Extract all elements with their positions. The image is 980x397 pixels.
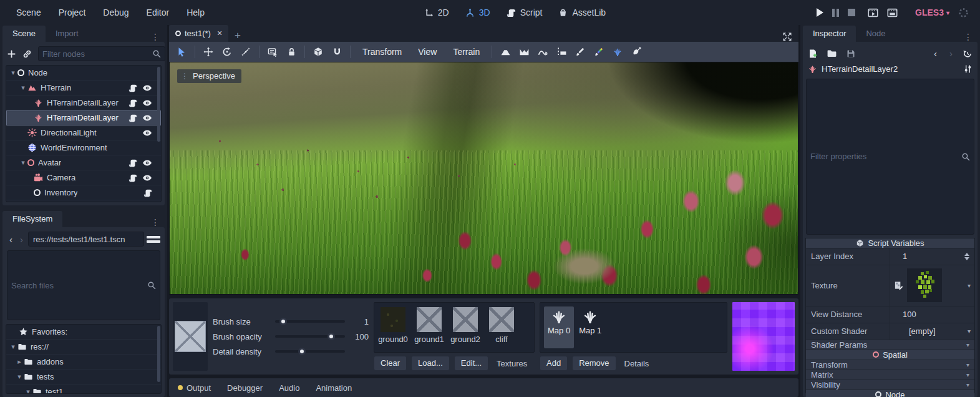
clear-texture-button[interactable]: Clear — [374, 356, 407, 371]
visibility-eye-icon[interactable] — [142, 158, 152, 168]
inspector-dock-menu-icon[interactable]: ⋮ — [959, 32, 978, 42]
edit-resource-icon[interactable] — [894, 281, 903, 290]
fs-row-tests[interactable]: ▾ tests — [6, 370, 161, 385]
tree-row-hterraindetaillayer-1[interactable]: HTerrainDetailLayer — [6, 96, 161, 110]
local-space-icon[interactable] — [309, 44, 327, 60]
spatial-category-header[interactable]: Spatial — [806, 350, 974, 360]
filter-nodes-input[interactable] — [42, 49, 152, 59]
brush-opacity-slider[interactable] — [275, 335, 345, 338]
collapse-icon[interactable]: ▾ — [9, 343, 17, 351]
brush-shape-preview[interactable] — [175, 321, 206, 352]
texture-item-cliff[interactable]: cliff — [488, 307, 515, 348]
load-texture-button[interactable]: Load... — [411, 356, 450, 371]
object-tools-icon[interactable] — [963, 64, 973, 74]
group-transform[interactable]: Transform▾ — [806, 360, 974, 370]
select-tool-button[interactable] — [173, 44, 190, 60]
script-icon[interactable] — [129, 99, 137, 107]
terrain-color-paint-tool[interactable] — [590, 44, 608, 60]
collapse-icon[interactable]: ▾ — [15, 373, 24, 381]
script-icon[interactable] — [129, 159, 137, 167]
edit-texture-button[interactable]: Edit... — [454, 356, 488, 371]
save-resource-button[interactable] — [846, 49, 856, 59]
transform-menu[interactable]: Transform — [355, 47, 409, 57]
remove-map-button[interactable]: Remove — [572, 356, 616, 371]
search-files-input[interactable] — [11, 281, 147, 290]
tree-row-hterraindetaillayer-2[interactable]: HTerrainDetailLayer — [6, 110, 161, 125]
tab-scene[interactable]: Scene — [2, 26, 46, 42]
new-scene-tab-button[interactable]: + — [228, 29, 247, 42]
script-icon[interactable] — [129, 114, 137, 122]
filter-properties-input[interactable] — [810, 152, 961, 161]
visibility-eye-icon[interactable] — [142, 83, 152, 93]
menu-editor[interactable]: Editor — [138, 7, 178, 17]
view-menu[interactable]: View — [410, 47, 444, 57]
move-tool-button[interactable] — [200, 44, 217, 60]
visibility-eye-icon[interactable] — [142, 173, 152, 183]
group-visibility[interactable]: Visibility▾ — [806, 380, 974, 390]
terrain-detail-tool[interactable] — [609, 44, 626, 60]
add-map-button[interactable]: Add — [540, 356, 568, 371]
scene-tree-scrollbar[interactable] — [157, 67, 160, 142]
mode-3d[interactable]: 3D — [465, 7, 490, 17]
scale-tool-button[interactable] — [237, 44, 255, 60]
history-icon[interactable] — [963, 49, 973, 59]
menu-debug[interactable]: Debug — [94, 7, 137, 17]
tab-inspector[interactable]: Inspector — [803, 26, 856, 42]
fs-forward-button[interactable]: › — [17, 234, 26, 245]
stop-button[interactable] — [848, 9, 855, 16]
collapse-icon[interactable]: ▾ — [19, 84, 27, 92]
fs-back-button[interactable]: ‹ — [7, 234, 15, 245]
filesystem-dock-menu-icon[interactable]: ⋮ — [146, 217, 165, 227]
play-button[interactable] — [817, 8, 823, 17]
tree-row-node[interactable]: ▾ Node — [6, 66, 161, 81]
visibility-eye-icon[interactable] — [142, 113, 152, 123]
terrain-flatten-tool[interactable] — [553, 44, 570, 60]
menu-help[interactable]: Help — [178, 7, 213, 17]
group-matrix[interactable]: Matrix▾ — [806, 370, 974, 380]
close-icon[interactable]: × — [217, 28, 222, 38]
expand-icon[interactable]: ▸ — [15, 358, 24, 366]
menu-scene[interactable]: Scene — [7, 7, 50, 17]
terrain-holes-tool[interactable] — [628, 44, 645, 60]
map-item-0[interactable]: Map 0 — [544, 306, 574, 348]
collapse-icon[interactable]: ▾ — [19, 159, 27, 167]
script-icon[interactable] — [143, 189, 152, 197]
tree-row-clipped[interactable] — [6, 200, 161, 202]
node-category-header[interactable]: Node — [806, 390, 974, 397]
fs-row-test1[interactable]: ▾ test1 — [6, 385, 161, 394]
texture-item-ground1[interactable]: ground1 — [415, 307, 443, 348]
collapse-icon[interactable]: ▾ — [24, 388, 32, 394]
tree-row-directionallight[interactable]: DirectionalLight — [6, 125, 161, 140]
menu-project[interactable]: Project — [50, 7, 95, 17]
chevron-down-icon[interactable]: ▾ — [968, 282, 971, 289]
tab-filesystem[interactable]: FileSystem — [2, 211, 62, 227]
video-driver-select[interactable]: GLES3▾ — [915, 7, 949, 17]
play-scene-button[interactable] — [868, 7, 878, 18]
layer-index-value[interactable]: 1 — [903, 252, 907, 261]
perspective-menu[interactable]: ⋮ Perspective — [177, 69, 241, 83]
fs-current-path[interactable]: res://tests/test1/test1.tscn — [28, 232, 144, 247]
tab-import[interactable]: Import — [46, 26, 89, 42]
animation-tab[interactable]: Animation — [316, 383, 352, 393]
script-icon[interactable] — [129, 84, 137, 92]
visibility-eye-icon[interactable] — [142, 98, 152, 108]
debugger-tab[interactable]: Debugger — [227, 383, 263, 393]
fs-row-favorites[interactable]: Favorites: — [6, 325, 161, 340]
mode-script[interactable]: Script — [507, 7, 543, 17]
mode-2d[interactable]: 2D — [424, 7, 449, 17]
mode-assetlib[interactable]: AssetLib — [558, 7, 606, 17]
tree-row-camera[interactable]: Camera — [6, 170, 161, 185]
detail-density-slider[interactable] — [275, 350, 345, 353]
distraction-free-icon[interactable] — [776, 32, 798, 42]
texture-preview-thumbnail[interactable] — [907, 268, 942, 302]
tab-node[interactable]: Node — [856, 26, 895, 42]
update-spinner-icon[interactable] — [958, 7, 969, 18]
terrain-lower-tool[interactable] — [515, 44, 533, 60]
3d-viewport[interactable]: ⋮ Perspective — [169, 62, 798, 295]
pause-button[interactable] — [832, 9, 839, 17]
rotate-tool-button[interactable] — [218, 44, 236, 60]
new-resource-button[interactable] — [808, 49, 818, 59]
terrain-smooth-tool[interactable] — [534, 44, 551, 60]
terrain-raise-tool[interactable] — [497, 44, 514, 60]
history-back-button[interactable]: ‹ — [931, 48, 939, 59]
